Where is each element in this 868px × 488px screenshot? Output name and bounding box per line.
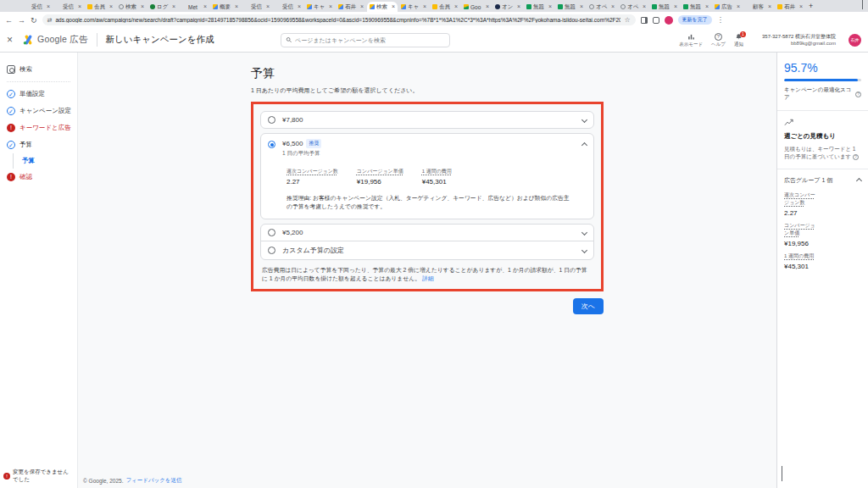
account-avatar[interactable]: 石井 (849, 34, 861, 47)
browser-tab[interactable]: 広告× (712, 2, 743, 12)
tab-close-icon[interactable]: × (517, 4, 520, 9)
stat-label[interactable]: 1 週間の費用 (784, 252, 820, 260)
browser-tab-active[interactable]: 検索× (367, 2, 398, 12)
sidebar-item-campaign-settings[interactable]: ✓ キャンペーン設定 (0, 103, 77, 119)
sidebar-subitem-budget[interactable]: 予算 (13, 153, 77, 169)
tab-close-icon[interactable]: × (298, 4, 301, 9)
browser-tab[interactable]: 無題× (524, 2, 554, 12)
back-icon[interactable]: ← (5, 16, 13, 25)
tab-close-icon[interactable]: × (737, 4, 740, 9)
address-bar[interactable]: ⇄ ads.google.com/aw/campaigns/new/search… (42, 14, 636, 25)
forward-icon[interactable]: → (18, 16, 25, 25)
browser-tab[interactable]: 概要× (210, 2, 241, 12)
browser-tab[interactable]: オペ× (587, 2, 617, 12)
tab-close-icon[interactable]: × (580, 4, 583, 9)
sidebar-item-review[interactable]: ! 確認 (0, 169, 77, 186)
chrome-update-button[interactable]: 更新を完了 (678, 15, 712, 25)
tab-close-icon[interactable]: × (705, 4, 709, 9)
browser-tab[interactable]: 無題× (681, 2, 711, 12)
ad-group-header[interactable]: 広告グループ 1 個 (784, 176, 861, 185)
close-icon[interactable]: × (7, 34, 13, 46)
tab-close-icon[interactable]: × (109, 4, 113, 9)
tab-close-icon[interactable]: × (768, 4, 771, 9)
extensions-puzzle-icon[interactable] (653, 17, 659, 24)
learn-more-link[interactable]: 詳細 (422, 275, 434, 281)
stat-label[interactable]: コンバージョン単価 (357, 168, 403, 175)
browser-tab[interactable]: 石井× (775, 2, 805, 12)
radio-selected-icon[interactable] (268, 141, 275, 148)
stat-label[interactable]: 1 週間の費用 (422, 168, 452, 175)
refresh-icon[interactable]: ↻ (31, 16, 37, 25)
radio-icon[interactable] (268, 229, 275, 236)
browser-tab[interactable]: 石井× (336, 2, 366, 12)
browser-tab[interactable]: Met× (179, 2, 209, 12)
tab-close-icon[interactable]: × (172, 4, 175, 9)
stat-label[interactable]: コンバージョン単価 (784, 222, 820, 237)
browser-tab[interactable]: 受信× (273, 2, 303, 12)
browser-tab[interactable]: 受信× (53, 2, 84, 12)
browser-tab[interactable]: 会員× (430, 2, 460, 12)
account-info[interactable]: 357-327-5872 横浜石井堂整体院 bb89kg@gmail.com (762, 33, 836, 47)
chevron-down-icon[interactable] (581, 117, 587, 123)
tab-close-icon[interactable]: × (674, 4, 677, 9)
star-icon[interactable]: ☆ (624, 16, 630, 24)
radio-icon[interactable] (268, 116, 275, 124)
new-tab-button[interactable]: + (809, 2, 813, 10)
browser-tab[interactable]: 無題× (555, 2, 586, 12)
browser-tab[interactable]: 検索× (116, 2, 147, 12)
tab-close-icon[interactable]: × (141, 4, 144, 9)
help-button[interactable]: ? ヘルプ (711, 33, 726, 47)
browser-tab[interactable]: ログ× (147, 2, 178, 12)
sidebar-item-keywords-ads[interactable]: ! キーワードと広告 (0, 119, 77, 136)
search-input[interactable] (295, 37, 444, 43)
tab-close-icon[interactable]: × (392, 4, 395, 9)
browser-menu-kebab-icon[interactable]: ⋮ (717, 16, 724, 24)
next-button[interactable]: 次へ (573, 298, 604, 314)
browser-tab[interactable]: キャ× (398, 2, 429, 12)
feedback-link[interactable]: フィードバックを送信 (125, 477, 181, 485)
browser-tab[interactable]: 受信× (242, 2, 272, 12)
chevron-down-icon[interactable] (581, 230, 587, 236)
browser-profile-avatar[interactable] (665, 16, 673, 25)
browser-tab[interactable]: オペ× (618, 2, 648, 12)
browser-tab[interactable]: 会員× (85, 2, 115, 12)
chevron-down-icon[interactable] (581, 247, 587, 253)
tab-close-icon[interactable]: × (611, 4, 615, 9)
browser-tab[interactable]: 受信× (22, 2, 53, 12)
tab-close-icon[interactable]: × (329, 4, 332, 9)
help-icon[interactable]: ? (853, 154, 859, 160)
tab-close-icon[interactable]: × (78, 4, 81, 9)
tab-close-icon[interactable]: × (360, 4, 364, 9)
appearance-button[interactable]: 表示モード (679, 33, 703, 47)
budget-option-5200[interactable]: ¥5,200 (261, 225, 593, 241)
browser-tab[interactable]: Goo× (461, 2, 492, 12)
help-icon[interactable]: ? (855, 92, 861, 97)
url-text[interactable]: ads.google.com/aw/campaigns/new/search/d… (55, 17, 620, 23)
stat-label[interactable]: 週次コンバージョン数 (784, 191, 820, 207)
side-panel-icon[interactable] (641, 17, 648, 24)
sidebar-item-bidding[interactable]: ✓ 単価設定 (0, 86, 77, 103)
tab-close-icon[interactable]: × (548, 4, 552, 9)
tab-close-icon[interactable]: × (643, 4, 646, 9)
campaign-search-box[interactable] (281, 33, 450, 47)
budget-option-custom[interactable]: カスタム予算の設定 (261, 241, 593, 259)
tab-close-icon[interactable]: × (266, 4, 270, 9)
collapse-panel-button[interactable] (782, 466, 782, 481)
tab-close-icon[interactable]: × (203, 4, 207, 9)
sidebar-item-campaign-type[interactable]: 検索 (0, 61, 77, 78)
budget-option-7800[interactable]: ¥7,800 (261, 112, 593, 128)
browser-tab[interactable]: 顧客× (743, 2, 774, 12)
browser-tab[interactable]: オン× (492, 2, 523, 12)
tab-close-icon[interactable]: × (47, 4, 50, 9)
tab-search-chevron-icon[interactable] (862, 0, 863, 9)
chevron-up-icon[interactable] (581, 142, 587, 148)
tab-close-icon[interactable]: × (486, 4, 489, 9)
browser-tab[interactable]: キャ× (304, 2, 335, 12)
tab-close-icon[interactable]: × (235, 4, 238, 9)
chevron-up-icon[interactable] (856, 177, 862, 183)
browser-tab[interactable]: 無題× (649, 2, 680, 12)
radio-icon[interactable] (268, 247, 275, 254)
tune-icon[interactable]: ⇄ (47, 16, 53, 25)
notifications-button[interactable]: 1 通知 (734, 33, 743, 47)
stat-label[interactable]: 週次コンバージョン数 (287, 168, 338, 175)
